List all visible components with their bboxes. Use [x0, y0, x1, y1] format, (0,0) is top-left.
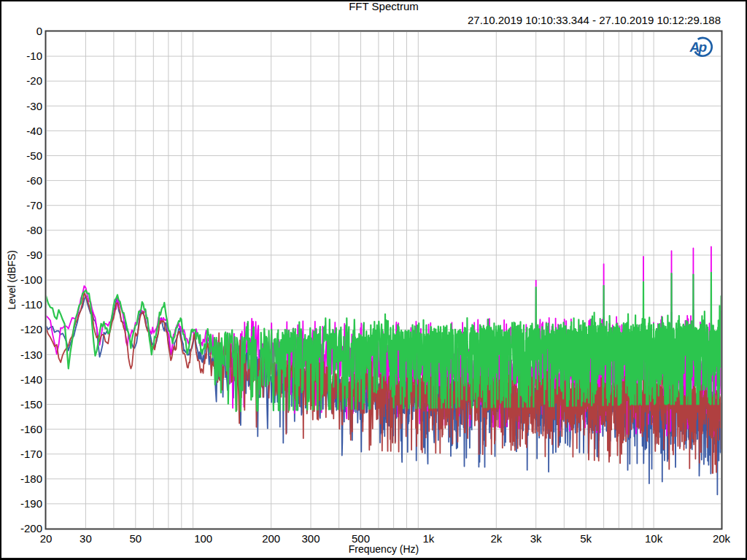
svg-text:-90: -90	[26, 249, 42, 261]
svg-text:300: 300	[301, 532, 320, 545]
svg-text:27.10.2019 10:10:33.344 - 27.1: 27.10.2019 10:10:33.344 - 27.10.2019 10:…	[468, 14, 721, 26]
svg-text:2k: 2k	[490, 532, 502, 545]
svg-text:Frequency (Hz): Frequency (Hz)	[349, 543, 419, 555]
svg-text:-110: -110	[21, 298, 42, 311]
svg-text:-150: -150	[20, 398, 42, 411]
svg-text:20k: 20k	[713, 532, 731, 545]
svg-text:-200: -200	[20, 522, 42, 534]
svg-text:-40: -40	[26, 125, 42, 137]
svg-text:-70: -70	[26, 199, 42, 211]
svg-text:Level (dBFS): Level (dBFS)	[6, 250, 18, 310]
svg-text:-120: -120	[20, 323, 42, 335]
svg-text:20: 20	[40, 532, 53, 545]
svg-text:-60: -60	[26, 174, 42, 187]
svg-text:-180: -180	[20, 472, 42, 485]
svg-text:-160: -160	[20, 423, 42, 435]
svg-text:1k: 1k	[422, 532, 434, 545]
svg-text:-50: -50	[26, 149, 42, 162]
svg-text:10k: 10k	[645, 532, 663, 545]
svg-text:-130: -130	[20, 349, 42, 361]
svg-text:-140: -140	[20, 373, 42, 386]
svg-text:50: 50	[129, 532, 142, 545]
svg-text:-30: -30	[26, 100, 42, 112]
svg-text:-190: -190	[20, 497, 42, 510]
svg-text:p: p	[698, 39, 708, 55]
svg-text:200: 200	[262, 532, 280, 545]
svg-text:100: 100	[194, 532, 212, 545]
svg-text:FFT Spectrum: FFT Spectrum	[349, 0, 419, 12]
svg-text:-10: -10	[26, 50, 42, 62]
svg-text:-170: -170	[20, 448, 42, 460]
svg-text:5k: 5k	[580, 532, 592, 545]
svg-text:0: 0	[36, 25, 42, 37]
svg-text:-100: -100	[20, 273, 42, 286]
svg-text:3k: 3k	[530, 532, 542, 545]
svg-text:-20: -20	[26, 74, 42, 87]
svg-text:-80: -80	[26, 224, 42, 236]
svg-text:30: 30	[80, 532, 92, 545]
